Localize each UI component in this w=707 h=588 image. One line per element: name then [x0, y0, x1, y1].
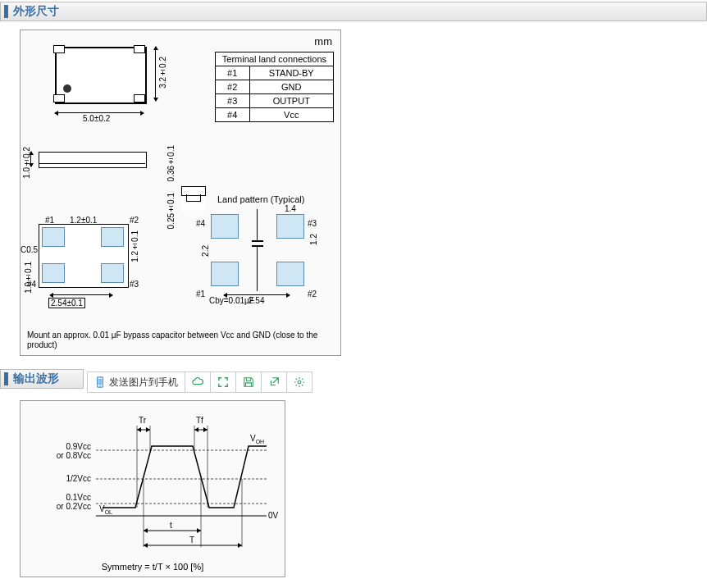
dim-prof-h1: 0.36±0.1 [166, 145, 176, 181]
section-bar-icon [4, 5, 8, 18]
send-label: 发送图片到手机 [109, 376, 178, 390]
gear-icon [294, 376, 305, 388]
dim-bot-side: 1.0±0.1 [24, 262, 33, 294]
land-pattern: #4 #3 #1 #2 1.4 1.2 2.2 2.54 Cby=0.01μF [206, 209, 312, 299]
lvl-90: 0.9Vcc [66, 442, 91, 451]
cby-label: Cby=0.01μF [209, 296, 254, 305]
section-title-dimensions: 外形尺寸 [13, 4, 59, 19]
cloud-icon [192, 376, 203, 388]
dim-top-h: 3.2±0.2 [158, 57, 167, 89]
terminal-table: Terminal land connections #1STAND-BY #2G… [215, 52, 334, 122]
unit-label: mm [314, 35, 332, 48]
svg-point-3 [298, 381, 301, 384]
section-header-waveform: 输出波形 [0, 369, 84, 389]
dim-land-h: 1.2 [309, 234, 318, 245]
pin1-dot-icon [63, 84, 71, 93]
dim-land-w: 1.4 [285, 204, 296, 213]
phone-icon [94, 376, 106, 388]
svg-point-2 [99, 385, 100, 386]
section-header-dimensions: 外形尺寸 [0, 2, 707, 21]
section-title-waveform: 输出波形 [13, 371, 59, 386]
profile-view [181, 186, 204, 211]
dim-bot-pad-w: 1.2±0.1 [70, 216, 97, 225]
dimensions-diagram: mm Terminal land connections #1STAND-BY … [20, 30, 341, 356]
land-pattern-title: Land pattern (Typical) [217, 194, 304, 204]
footnote: Mount an approx. 0.01 μF bypass capacito… [27, 330, 334, 350]
cloud-button[interactable] [185, 371, 211, 393]
lvl-50: 1/2Vcc [66, 474, 91, 483]
section-bar-icon [4, 372, 8, 385]
lvl-80: or 0.8Vcc [57, 451, 91, 460]
terminal-table-header: Terminal land connections [215, 52, 333, 66]
svg-rect-1 [98, 379, 102, 385]
dim-top-w: 5.0±0.2 [83, 114, 110, 123]
send-to-phone-button[interactable]: 发送图片到手机 [87, 371, 185, 393]
dim-bot-pad-h: 1.2±0.1 [130, 230, 139, 262]
waveform-shape [21, 401, 286, 578]
symmetry-formula: Symmetry = t/T × 100 [%] [21, 562, 285, 572]
dim-side-h: 1.0±0.2 [22, 147, 31, 179]
dim-land-gap: 2.2 [201, 245, 210, 257]
tr-label: Tr [139, 416, 146, 425]
share-icon [268, 376, 280, 388]
settings-button[interactable] [286, 371, 312, 393]
vol-label: VOL [99, 504, 112, 515]
waveform-diagram: Tr Tf VOH 0V 0.9Vcc or 0.8Vcc 1/2Vcc 0.1… [20, 400, 285, 577]
fullscreen-button[interactable] [210, 371, 236, 393]
expand-icon [217, 376, 229, 388]
t-big-label: T [189, 536, 194, 545]
dim-chamfer: C0.5 [21, 245, 38, 254]
tf-label: Tf [196, 416, 203, 425]
save-button[interactable] [235, 371, 262, 393]
share-button[interactable] [261, 371, 287, 393]
dim-prof-h2: 0.25±0.1 [166, 193, 176, 229]
lvl-10: 0.1Vcc [66, 493, 91, 502]
zero-label: 0V [268, 511, 278, 520]
voh-label: VOH [250, 434, 264, 444]
dim-bot-pitch: 2.54±0.1 [48, 298, 85, 308]
image-toolbar: 发送图片到手机 [87, 371, 312, 393]
save-icon [243, 376, 254, 388]
t-small-label: t [170, 521, 172, 530]
lvl-20: or 0.2Vcc [57, 502, 91, 511]
